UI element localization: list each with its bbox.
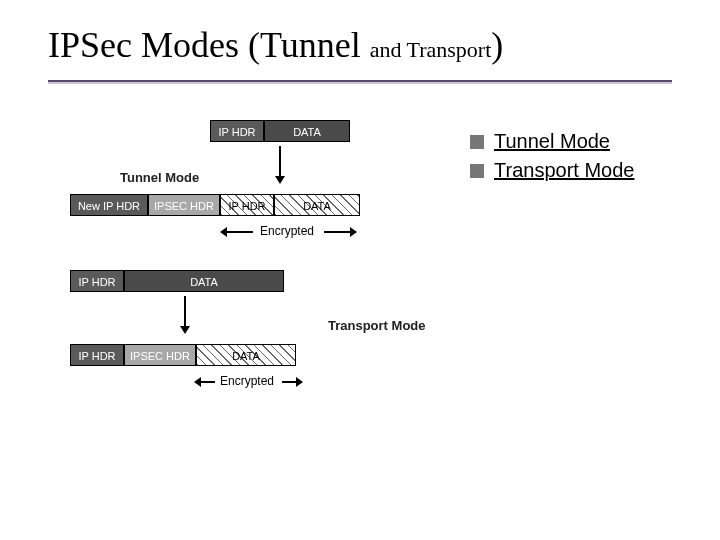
slide-title: IPSec Modes (Tunnel and Transport) [48,24,503,66]
transport-packet: IP HDR IPSEC HDR DATA [70,344,296,366]
new-ip-hdr-box: New IP HDR [70,194,148,216]
ipsec-hdr-box: IPSEC HDR [124,344,196,366]
ipsec-hdr-box: IPSEC HDR [148,194,220,216]
data-box-hatched: DATA [274,194,360,216]
tunnel-mode-label: Tunnel Mode [120,170,199,185]
encrypted-range-transport: Encrypted [170,374,330,390]
orig-packet-mid: IP HDR DATA [70,270,284,292]
ip-hdr-box: IP HDR [210,120,264,142]
orig-packet-top: IP HDR DATA [210,120,350,142]
tunnel-mode-link[interactable]: Tunnel Mode [494,130,610,153]
tunnel-packet: New IP HDR IPSEC HDR IP HDR DATA [70,194,360,216]
encrypted-label: Encrypted [220,374,274,388]
ip-hdr-box-hatched: IP HDR [220,194,274,216]
ip-hdr-box: IP HDR [70,344,124,366]
title-sub: and Transport [370,37,492,62]
bullet-item-transport: Transport Mode [470,159,634,182]
transport-mode-label: Transport Mode [328,318,426,333]
bullet-square-icon [470,135,484,149]
ipsec-diagram: IP HDR DATA Tunnel Mode New IP HDR IPSEC… [60,120,460,500]
data-box: DATA [124,270,284,292]
encrypted-label: Encrypted [260,224,314,238]
ip-hdr-box: IP HDR [70,270,124,292]
bullet-item-tunnel: Tunnel Mode [470,130,634,153]
slide: IPSec Modes (Tunnel and Transport) Tunne… [0,0,720,540]
encrypted-range-tunnel: Encrypted [220,224,370,240]
data-box: DATA [264,120,350,142]
bullet-square-icon [470,164,484,178]
data-box-hatched: DATA [196,344,296,366]
bullet-list: Tunnel Mode Transport Mode [470,130,634,188]
title-tail: ) [491,25,503,65]
title-main: IPSec Modes (Tunnel [48,25,370,65]
transport-mode-link[interactable]: Transport Mode [494,159,634,182]
title-underline [48,80,672,82]
